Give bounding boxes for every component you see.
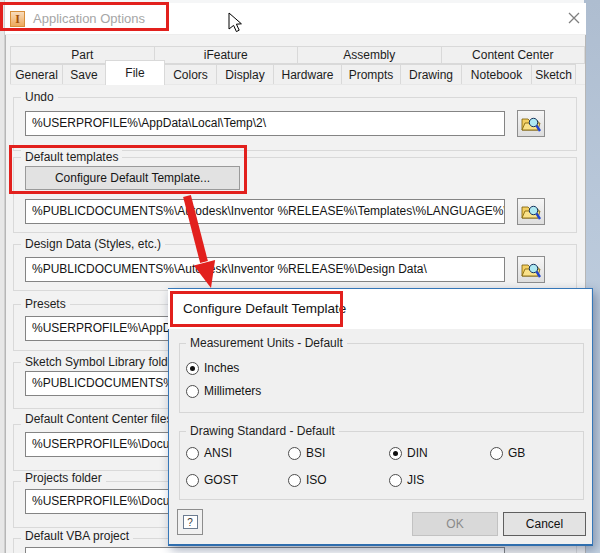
default-vba-label: Default VBA project — [21, 529, 133, 543]
sketch-symbol-label: Sketch Symbol Library folder — [21, 355, 182, 369]
radio-label: GB — [508, 446, 525, 460]
radio-label: Millimeters — [204, 384, 261, 398]
radio-label: GOST — [204, 473, 238, 487]
drawing-standard-group — [179, 431, 584, 500]
ok-button: OK — [412, 512, 498, 536]
help-icon: ? — [183, 515, 198, 529]
tab-drawing[interactable]: Drawing — [400, 64, 462, 85]
radio-gb[interactable]: GB — [490, 446, 525, 460]
tab-general[interactable]: General — [10, 64, 63, 85]
radio-label: ANSI — [204, 446, 232, 460]
radio-millimeters[interactable]: Millimeters — [186, 384, 261, 398]
tab-file[interactable]: File — [105, 60, 165, 85]
radio-icon — [490, 447, 503, 460]
mouse-cursor-icon — [228, 12, 244, 34]
radio-label: DIN — [407, 446, 428, 460]
templates-path-field[interactable]: %PUBLICDOCUMENTS%\Autodesk\Inventor %REL… — [25, 199, 505, 224]
screenshot-stage: I Application Options Part iFeature Asse… — [0, 0, 600, 553]
undo-path-field[interactable]: %USERPROFILE%\AppData\Local\Temp\2\ — [25, 111, 505, 136]
radio-icon — [288, 474, 301, 487]
radio-selected-icon — [389, 447, 402, 460]
radio-bsi[interactable]: BSI — [288, 446, 325, 460]
undo-group-label: Undo — [21, 90, 58, 104]
cancel-button[interactable]: Cancel — [503, 512, 586, 536]
app-close-icon[interactable] — [566, 10, 582, 26]
annotation-arrow — [178, 190, 238, 298]
radio-selected-icon — [186, 362, 199, 375]
radio-icon — [186, 474, 199, 487]
undo-browse-button[interactable] — [517, 110, 545, 137]
tab-notebook[interactable]: Notebook — [461, 64, 532, 85]
tab-row-1: Part iFeature Assembly Content Center — [10, 46, 585, 64]
radio-iso[interactable]: ISO — [288, 473, 327, 487]
annotation-box-app-title — [0, 2, 169, 31]
tab-sketch[interactable]: Sketch — [531, 64, 576, 85]
folder-search-icon — [521, 261, 541, 279]
radio-icon — [389, 474, 402, 487]
design-data-path-field[interactable]: %PUBLICDOCUMENTS%\Autodesk\Inventor %REL… — [25, 257, 505, 282]
templates-browse-button[interactable] — [517, 198, 545, 225]
design-data-label: Design Data (Styles, etc.) — [21, 237, 165, 251]
radio-label: JIS — [407, 473, 424, 487]
presets-label: Presets — [21, 297, 70, 311]
projects-folder-label: Projects folder — [21, 471, 106, 485]
drawing-standard-label: Drawing Standard - Default — [186, 424, 339, 438]
measurement-units-group — [179, 343, 584, 413]
measurement-units-label: Measurement Units - Default — [186, 336, 347, 350]
radio-inches[interactable]: Inches — [186, 361, 239, 375]
design-data-browse-button[interactable] — [517, 256, 545, 283]
radio-gost[interactable]: GOST — [186, 473, 238, 487]
tab-colors[interactable]: Colors — [164, 64, 217, 85]
tab-hardware[interactable]: Hardware — [273, 64, 342, 85]
radio-din[interactable]: DIN — [389, 446, 428, 460]
radio-ansi[interactable]: ANSI — [186, 446, 232, 460]
radio-label: Inches — [204, 361, 239, 375]
tab-content-center[interactable]: Content Center — [441, 46, 586, 64]
tab-row-2: General Save File Colors Display Hardwar… — [10, 64, 585, 85]
tab-ifeature[interactable]: iFeature — [154, 46, 299, 64]
tab-display[interactable]: Display — [216, 64, 274, 85]
tab-save[interactable]: Save — [62, 64, 106, 85]
folder-search-icon — [521, 115, 541, 133]
content-center-label: Default Content Center files — [21, 412, 176, 426]
radio-label: BSI — [306, 446, 325, 460]
radio-icon — [288, 447, 301, 460]
radio-jis[interactable]: JIS — [389, 473, 424, 487]
radio-label: ISO — [306, 473, 327, 487]
tab-prompts[interactable]: Prompts — [341, 64, 401, 85]
radio-icon — [186, 385, 199, 398]
help-button[interactable]: ? — [177, 509, 203, 535]
annotation-box-default-templates — [9, 145, 247, 194]
radio-icon — [186, 447, 199, 460]
default-vba-path-field[interactable] — [25, 547, 505, 553]
tab-assembly[interactable]: Assembly — [297, 46, 442, 64]
folder-search-icon — [521, 203, 541, 221]
